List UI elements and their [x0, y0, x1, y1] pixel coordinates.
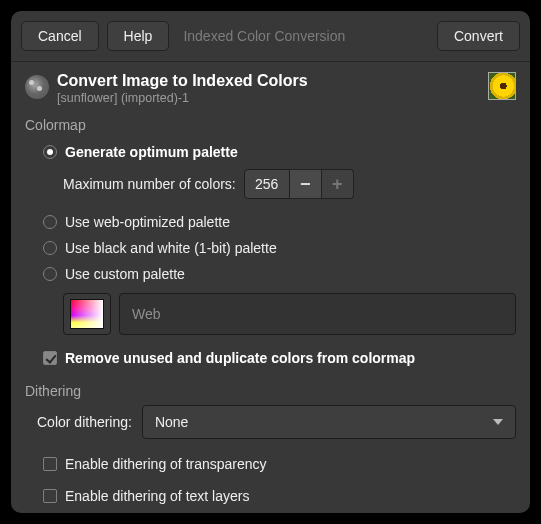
radio-generate-optimum[interactable]: Generate optimum palette [43, 139, 516, 165]
radio-icon [43, 267, 57, 281]
spinner-increment[interactable]: + [322, 169, 354, 199]
dithering-checks: Enable dithering of transparency Enable … [25, 451, 516, 509]
toolbar-title: Indexed Color Conversion [177, 28, 429, 44]
max-colors-label: Maximum number of colors: [63, 176, 236, 192]
max-colors-spinner: − + [244, 169, 354, 199]
palette-swatch-icon [70, 299, 104, 329]
radio-icon [43, 215, 57, 229]
dialog-title: Convert Image to Indexed Colors [57, 72, 480, 90]
checkbox-remove-unused[interactable]: Remove unused and duplicate colors from … [43, 345, 516, 371]
checkbox-dither-transparency[interactable]: Enable dithering of transparency [43, 451, 516, 477]
checkbox-icon [43, 457, 57, 471]
max-colors-row: Maximum number of colors: − + [43, 169, 516, 199]
convert-button[interactable]: Convert [437, 21, 520, 51]
colormap-section-label: Colormap [25, 117, 516, 133]
select-value: None [155, 414, 188, 430]
radio-bw-palette[interactable]: Use black and white (1-bit) palette [43, 235, 516, 261]
toolbar: Cancel Help Indexed Color Conversion Con… [11, 11, 530, 62]
radio-label: Use web-optimized palette [65, 214, 230, 230]
dithering-section-label: Dithering [25, 383, 516, 399]
checkbox-label: Enable dithering of text layers [65, 488, 249, 504]
color-dithering-row: Color dithering: None [37, 405, 516, 439]
dialog-window: Cancel Help Indexed Color Conversion Con… [11, 11, 530, 513]
spinner-decrement[interactable]: − [290, 169, 322, 199]
mode-icon [25, 75, 49, 99]
color-dithering-select[interactable]: None [142, 405, 516, 439]
palette-name-field[interactable]: Web [119, 293, 516, 335]
radio-custom-palette[interactable]: Use custom palette [43, 261, 516, 287]
max-colors-input[interactable] [244, 169, 290, 199]
radio-icon [43, 241, 57, 255]
dialog-subtitle: [sunflower] (imported)-1 [57, 91, 480, 105]
checkbox-icon [43, 489, 57, 503]
colormap-group: Generate optimum palette Maximum number … [25, 139, 516, 371]
radio-icon [43, 145, 57, 159]
cancel-button[interactable]: Cancel [21, 21, 99, 51]
radio-label: Use custom palette [65, 266, 185, 282]
checkbox-dither-text-layers[interactable]: Enable dithering of text layers [43, 483, 516, 509]
chevron-down-icon [493, 419, 503, 425]
help-button[interactable]: Help [107, 21, 170, 51]
radio-label: Use black and white (1-bit) palette [65, 240, 277, 256]
radio-web-optimized[interactable]: Use web-optimized palette [43, 209, 516, 235]
radio-label: Generate optimum palette [65, 144, 238, 160]
checkbox-label: Remove unused and duplicate colors from … [65, 350, 415, 366]
dialog-header: Convert Image to Indexed Colors [sunflow… [25, 72, 516, 105]
dialog-content: Convert Image to Indexed Colors [sunflow… [11, 62, 530, 513]
custom-palette-row: Web [63, 293, 516, 335]
image-thumbnail [488, 72, 516, 100]
checkbox-icon [43, 351, 57, 365]
palette-swatch-button[interactable] [63, 293, 111, 335]
color-dithering-label: Color dithering: [37, 414, 132, 430]
checkbox-label: Enable dithering of transparency [65, 456, 267, 472]
